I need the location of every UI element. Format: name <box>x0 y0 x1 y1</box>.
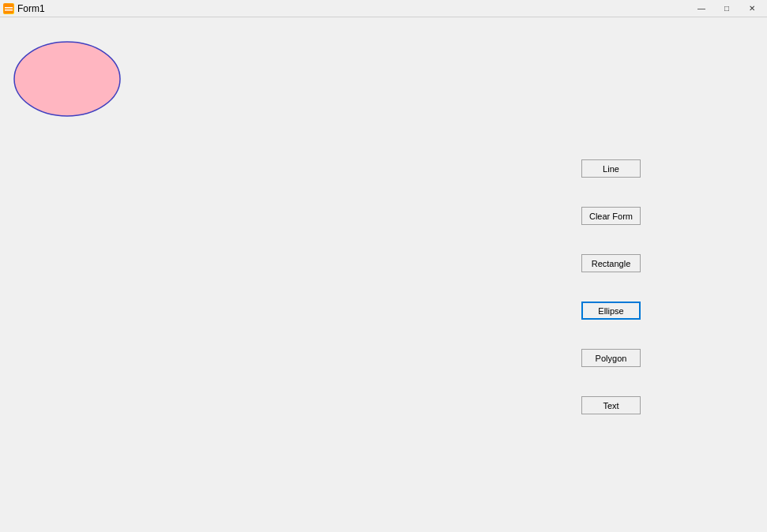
text-button[interactable]: Text <box>581 396 641 414</box>
form-canvas: Line Clear Form Rectangle Ellipse Polygo… <box>0 17 767 532</box>
line-button[interactable]: Line <box>581 159 641 178</box>
tools-panel: Line Clear Form Rectangle Ellipse Polygo… <box>581 159 641 414</box>
main-window: Form1 — □ ✕ Line Clear Form Rectangle El… <box>0 0 767 532</box>
svg-rect-2 <box>5 9 13 11</box>
app-icon <box>3 3 14 14</box>
clear-form-button[interactable]: Clear Form <box>581 207 641 225</box>
close-button[interactable]: ✕ <box>740 2 764 16</box>
polygon-button[interactable]: Polygon <box>581 349 641 367</box>
titlebar: Form1 — □ ✕ <box>0 0 767 17</box>
svg-rect-1 <box>5 7 13 9</box>
minimize-button[interactable]: — <box>690 2 713 16</box>
titlebar-left: Form1 <box>3 3 45 14</box>
drawn-ellipse <box>12 39 122 118</box>
maximize-button[interactable]: □ <box>715 2 739 16</box>
svg-rect-0 <box>4 4 13 13</box>
rectangle-button[interactable]: Rectangle <box>581 254 641 272</box>
titlebar-controls: — □ ✕ <box>690 2 764 16</box>
window-title: Form1 <box>17 3 45 14</box>
svg-point-3 <box>14 42 120 116</box>
ellipse-button[interactable]: Ellipse <box>581 302 641 320</box>
